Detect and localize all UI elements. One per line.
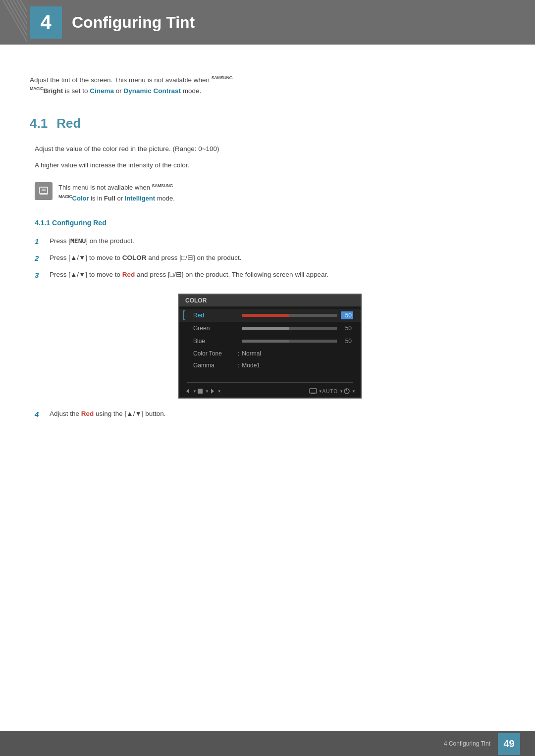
full-keyword: Full bbox=[104, 195, 115, 202]
page-footer: 4 Configuring Tint 49 bbox=[0, 731, 535, 756]
footer-page-num: 49 bbox=[498, 733, 520, 755]
menu-key: MENU bbox=[70, 237, 86, 245]
menu-icon-row: ▼ ▼ ▼ ▼ bbox=[179, 385, 361, 398]
steps-list-2: 4 Adjust the Red using the [▲/▼] button. bbox=[35, 408, 505, 420]
right-arrow-icon: ▼ bbox=[209, 388, 221, 395]
menu-title-bar: COLOR bbox=[179, 295, 361, 306]
color-ref: COLOR bbox=[122, 254, 147, 261]
chapter-header: 4 Configuring Tint bbox=[0, 0, 535, 45]
step-3-num: 3 bbox=[35, 269, 46, 281]
auto-text: AUTO bbox=[322, 389, 338, 394]
bracket-icon bbox=[183, 310, 185, 320]
pencil-icon bbox=[38, 185, 50, 197]
step-1-num: 1 bbox=[35, 236, 46, 248]
step-4: 4 Adjust the Red using the [▲/▼] button. bbox=[35, 408, 505, 420]
menu-item-colortone: Color Tone : Normal bbox=[179, 348, 361, 359]
para-range: Adjust the value of the color red in the… bbox=[35, 144, 505, 155]
step-4-num: 4 bbox=[35, 408, 46, 420]
gamma-colon: : bbox=[238, 362, 239, 369]
step-2-content: Press [▲/▼] to move to COLOR and press [… bbox=[50, 252, 505, 263]
green-bar-container bbox=[242, 327, 337, 330]
svg-rect-5 bbox=[198, 389, 203, 394]
display-icon: ▼ bbox=[309, 388, 322, 394]
menu-item-green-name: Green bbox=[193, 325, 238, 332]
step-3: 3 Press [▲/▼] to move to Red and press [… bbox=[35, 269, 505, 281]
auto-icon: AUTO ▼ bbox=[322, 389, 344, 394]
monitor-screen: COLOR Red 50 bbox=[178, 294, 362, 399]
gamma-value: Mode1 bbox=[242, 362, 260, 369]
menu-item-red: Red 50 bbox=[179, 309, 361, 322]
subsection-411-number: 4.1.1 bbox=[35, 219, 50, 227]
step-2-num: 2 bbox=[35, 252, 46, 264]
blue-value: 50 bbox=[341, 337, 353, 345]
colortone-colon: : bbox=[238, 350, 239, 357]
stripe-decoration bbox=[0, 0, 27, 45]
svg-rect-7 bbox=[310, 389, 317, 393]
subsection-411-heading: 4.1.1 Configuring Red bbox=[35, 219, 505, 227]
cinema-keyword: Cinema bbox=[90, 87, 114, 95]
green-bar-fill bbox=[242, 327, 289, 330]
chapter-number-block: 4 bbox=[30, 6, 62, 39]
chapter-intro: Adjust the tint of the screen. This menu… bbox=[30, 74, 505, 96]
bottom-separator bbox=[187, 382, 353, 383]
para-higher: A higher value will increase the intensi… bbox=[35, 160, 505, 171]
blue-bar-fill bbox=[242, 340, 289, 343]
footer-text: 4 Configuring Tint bbox=[444, 740, 490, 747]
note-icon bbox=[35, 182, 53, 200]
menu-item-red-name: Red bbox=[193, 312, 238, 319]
section-41-body: Adjust the value of the color red in the… bbox=[30, 144, 505, 420]
content-area: Adjust the tint of the screen. This menu… bbox=[0, 45, 535, 475]
chapter-title: Configuring Tint bbox=[72, 13, 195, 32]
section-41-number: 4.1 bbox=[30, 116, 48, 131]
menu-item-colortone-name: Color Tone bbox=[193, 350, 238, 357]
note-box: This menu is not available when SAMSUNGM… bbox=[35, 181, 505, 204]
red-bar-fill bbox=[242, 314, 289, 317]
step-3-content: Press [▲/▼] to move to Red and press [□/… bbox=[50, 269, 505, 280]
color-keyword: Color bbox=[72, 195, 89, 202]
step-1-content: Press [MENU] on the product. bbox=[50, 236, 505, 247]
left-arrow-icon: ▼ bbox=[184, 388, 197, 395]
steps-list: 1 Press [MENU] on the product. 2 Press [… bbox=[35, 236, 505, 281]
menu-item-green: Green 50 bbox=[179, 322, 361, 335]
menu-item-gamma: Gamma : Mode1 bbox=[179, 359, 361, 371]
green-value: 50 bbox=[341, 324, 353, 332]
svg-marker-6 bbox=[211, 389, 214, 394]
chapter-number: 4 bbox=[40, 11, 51, 34]
stop-icon: ▼ bbox=[197, 388, 209, 395]
blue-bar-container bbox=[242, 340, 337, 343]
subsection-411-title: Configuring Red bbox=[52, 219, 107, 227]
step-2: 2 Press [▲/▼] to move to COLOR and press… bbox=[35, 252, 505, 264]
red-value: 50 bbox=[341, 311, 353, 319]
red-ref-2: Red bbox=[81, 410, 94, 417]
menu-items: Red 50 Green 50 bbox=[179, 306, 361, 380]
colortone-value: Normal bbox=[242, 350, 261, 357]
step-4-content: Adjust the Red using the [▲/▼] button. bbox=[50, 408, 505, 419]
menu-item-blue-name: Blue bbox=[193, 338, 238, 345]
power-icon: ▼ bbox=[343, 388, 356, 395]
dynamic-contrast-keyword: Dynamic Contrast bbox=[124, 87, 181, 95]
red-ref: Red bbox=[122, 271, 135, 278]
menu-item-gamma-name: Gamma bbox=[193, 362, 238, 369]
svg-marker-4 bbox=[186, 389, 189, 394]
menu-item-blue: Blue 50 bbox=[179, 335, 361, 348]
red-bar-container bbox=[242, 314, 337, 317]
bright-keyword: Bright bbox=[44, 87, 63, 95]
section-41-heading: 4.1 Red bbox=[30, 116, 505, 131]
section-41-title: Red bbox=[56, 116, 81, 131]
page-container: 4 Configuring Tint Adjust the tint of th… bbox=[0, 0, 535, 756]
monitor-screenshot: COLOR Red 50 bbox=[178, 294, 362, 399]
note-text: This menu is not available when SAMSUNGM… bbox=[58, 181, 175, 204]
menu-item-model bbox=[179, 371, 361, 378]
intelligent-keyword: Intelligent bbox=[125, 195, 155, 202]
step-1: 1 Press [MENU] on the product. bbox=[35, 236, 505, 248]
